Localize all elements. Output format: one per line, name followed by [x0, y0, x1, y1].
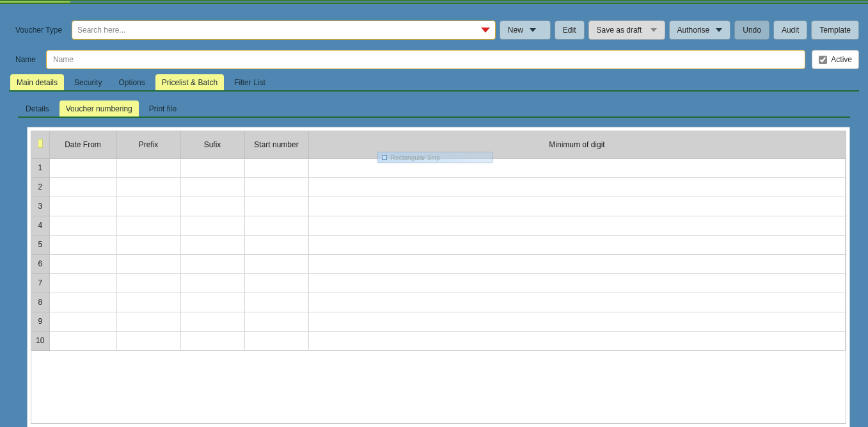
active-toggle[interactable]: Active — [812, 50, 859, 69]
cell-min-digit[interactable] — [308, 235, 846, 254]
subtab-details[interactable]: Details — [19, 101, 56, 117]
cell-min-digit[interactable] — [308, 177, 846, 197]
edit-button-label: Edit — [563, 26, 576, 35]
table-row[interactable]: 10 — [31, 331, 846, 350]
tab-security[interactable]: Security — [68, 74, 108, 90]
cell-sufix[interactable] — [180, 254, 244, 273]
table-row[interactable]: 1 — [31, 158, 846, 177]
cell-min-digit[interactable] — [308, 331, 846, 350]
name-input[interactable] — [46, 50, 805, 69]
header-start-number[interactable]: Start number — [244, 131, 308, 158]
cell-start-number[interactable] — [244, 216, 308, 235]
cell-min-digit[interactable] — [308, 197, 846, 216]
voucher-type-search[interactable] — [72, 20, 496, 40]
authorise-label: Authorise — [677, 26, 710, 35]
tab-pricelist-batch[interactable]: Pricelist & Batch — [155, 74, 224, 90]
top-stripe-accent — [0, 1, 70, 3]
new-button[interactable]: New — [500, 20, 551, 40]
table-row[interactable]: 8 — [31, 293, 846, 312]
cell-prefix[interactable] — [116, 177, 180, 197]
cell-date-from[interactable] — [49, 177, 116, 197]
cell-date-from[interactable] — [49, 331, 116, 350]
cell-date-from[interactable] — [49, 158, 116, 177]
subtab-print-file[interactable]: Print file — [143, 101, 183, 117]
header-date-from[interactable]: Date From — [49, 131, 116, 158]
cell-min-digit[interactable] — [308, 158, 846, 177]
dropdown-caret-icon[interactable] — [481, 28, 490, 33]
tab-main-details[interactable]: Main details — [10, 74, 64, 90]
table-row[interactable]: 5 — [31, 235, 846, 254]
undo-button[interactable]: Undo — [734, 20, 769, 40]
name-label: Name — [9, 55, 40, 64]
cell-start-number[interactable] — [244, 331, 308, 350]
cell-sufix[interactable] — [180, 216, 244, 235]
cell-start-number[interactable] — [244, 312, 308, 331]
search-input[interactable] — [77, 21, 481, 39]
chevron-down-icon — [716, 28, 722, 32]
voucher-numbering-table[interactable]: Date From Prefix Sufix Start number Mini… — [31, 131, 846, 351]
cell-date-from[interactable] — [49, 293, 116, 312]
audit-button[interactable]: Audit — [773, 20, 807, 40]
save-draft-label: Save as draft — [597, 26, 642, 35]
cell-date-from[interactable] — [49, 235, 116, 254]
header-prefix[interactable]: Prefix — [116, 131, 180, 158]
cell-prefix[interactable] — [116, 331, 180, 350]
template-button[interactable]: Template — [811, 20, 859, 40]
cell-start-number[interactable] — [244, 235, 308, 254]
cell-min-digit[interactable] — [308, 293, 846, 312]
cell-date-from[interactable] — [49, 254, 116, 273]
cell-min-digit[interactable] — [308, 273, 846, 293]
cell-prefix[interactable] — [116, 235, 180, 254]
table-row[interactable]: 7 — [31, 273, 846, 293]
sub-area: DetailsVoucher numberingPrint file Date … — [9, 92, 859, 427]
cell-sufix[interactable] — [180, 273, 244, 293]
cell-prefix[interactable] — [116, 293, 180, 312]
cell-sufix[interactable] — [180, 312, 244, 331]
new-button-label: New — [508, 26, 523, 35]
table-row[interactable]: 9 — [31, 312, 846, 331]
cell-min-digit[interactable] — [308, 254, 846, 273]
authorise-button[interactable]: Authorise — [669, 20, 731, 40]
cell-prefix[interactable] — [116, 273, 180, 293]
cell-sufix[interactable] — [180, 197, 244, 216]
cell-date-from[interactable] — [49, 273, 116, 293]
tab-filter-list[interactable]: Filter List — [228, 74, 272, 90]
header-sufix[interactable]: Sufix — [180, 131, 244, 158]
table-row[interactable]: 6 — [31, 254, 846, 273]
table-row[interactable]: 4 — [31, 216, 846, 235]
table-header-row: Date From Prefix Sufix Start number Mini… — [31, 131, 846, 158]
cell-sufix[interactable] — [180, 177, 244, 197]
cell-sufix[interactable] — [180, 158, 244, 177]
cell-start-number[interactable] — [244, 177, 308, 197]
tab-options[interactable]: Options — [112, 74, 151, 90]
cell-start-number[interactable] — [244, 158, 308, 177]
cell-min-digit[interactable] — [308, 216, 846, 235]
cell-sufix[interactable] — [180, 331, 244, 350]
edit-button[interactable]: Edit — [555, 20, 585, 40]
cell-prefix[interactable] — [116, 254, 180, 273]
save-draft-button[interactable]: Save as draft — [588, 20, 665, 40]
table-row[interactable]: 2 — [31, 177, 846, 197]
voucher-type-label: Voucher Type — [9, 26, 68, 35]
row-number: 4 — [31, 216, 49, 235]
cell-sufix[interactable] — [180, 235, 244, 254]
header-min-digit[interactable]: Minimum of digit — [308, 131, 846, 158]
cell-start-number[interactable] — [244, 197, 308, 216]
cell-date-from[interactable] — [49, 197, 116, 216]
cell-start-number[interactable] — [244, 293, 308, 312]
row-number: 3 — [31, 197, 49, 216]
cell-date-from[interactable] — [49, 216, 116, 235]
cell-min-digit[interactable] — [308, 312, 846, 331]
cell-start-number[interactable] — [244, 273, 308, 293]
cell-start-number[interactable] — [244, 254, 308, 273]
subtab-voucher-numbering[interactable]: Voucher numbering — [59, 101, 139, 117]
cell-prefix[interactable] — [116, 216, 180, 235]
cell-prefix[interactable] — [116, 312, 180, 331]
cell-sufix[interactable] — [180, 293, 244, 312]
cell-prefix[interactable] — [116, 197, 180, 216]
cell-prefix[interactable] — [116, 158, 180, 177]
table-row[interactable]: 3 — [31, 197, 846, 216]
row-number: 1 — [31, 158, 49, 177]
cell-date-from[interactable] — [49, 312, 116, 331]
active-checkbox[interactable] — [819, 56, 827, 64]
